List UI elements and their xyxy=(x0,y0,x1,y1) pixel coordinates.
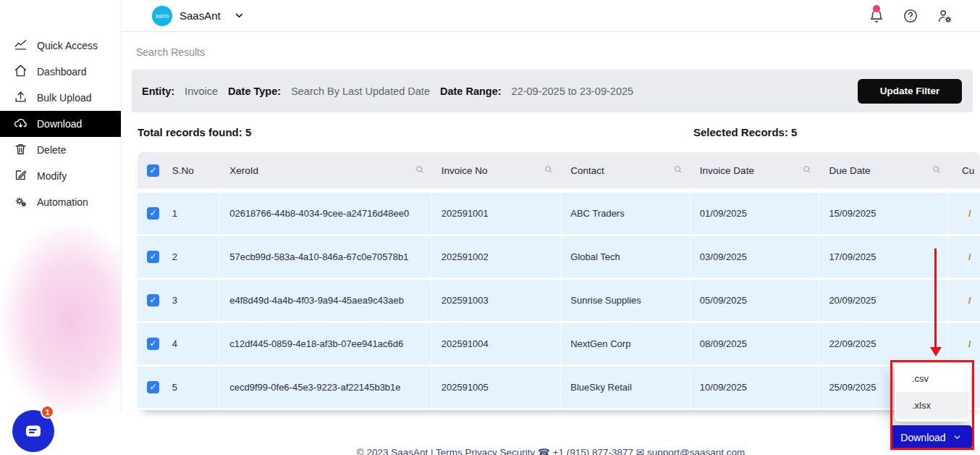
cell-clipped: / xyxy=(949,323,980,364)
column-header-clipped: Cu xyxy=(949,152,980,188)
date-range-label: Date Range: xyxy=(440,85,502,97)
sidebar: Quick Access Dashboard Bulk Upload Downl… xyxy=(0,0,122,413)
user-settings-icon[interactable] xyxy=(937,8,952,24)
sidebar-item-label: Bulk Upload xyxy=(37,92,92,104)
filter-bar: Entity: Invoice Date Type: Search By Las… xyxy=(132,70,973,112)
column-header-xeroid: XeroId xyxy=(219,152,432,188)
download-format-dropdown: .csv .xlsx xyxy=(895,364,971,422)
search-icon[interactable] xyxy=(932,164,942,177)
sidebar-item-label: Quick Access xyxy=(37,40,98,51)
menu-item-csv[interactable]: .csv xyxy=(896,365,969,392)
cell-clipped: / xyxy=(949,280,980,321)
search-icon[interactable] xyxy=(802,164,812,177)
cell-invoice-no: 202591003 xyxy=(432,280,562,321)
cell-sno: 3 xyxy=(165,280,219,321)
chart-line-icon xyxy=(14,38,28,54)
summary-row: Total records found: 5 Selected Records:… xyxy=(138,126,973,138)
cell-contact: ABC Traders xyxy=(561,193,690,234)
update-filter-button[interactable]: Update Filter xyxy=(858,79,962,104)
table-body: ✓102618766-44b8-4034-9cee-a24716d48ee020… xyxy=(138,193,980,408)
cell-invoice-no: 202591004 xyxy=(432,323,562,364)
search-icon[interactable] xyxy=(544,164,554,177)
row-checkbox[interactable]: ✓ xyxy=(147,381,159,393)
cell-invoice-no: 202591002 xyxy=(432,236,562,277)
select-all-checkbox[interactable]: ✓ xyxy=(147,164,159,177)
cell-invoice-date: 08/09/2025 xyxy=(690,323,820,364)
sidebar-item-label: Download xyxy=(37,118,82,130)
sidebar-item-label: Dashboard xyxy=(37,66,87,78)
column-header-sno: S.No xyxy=(165,152,219,188)
cell-invoice-date: 01/09/2025 xyxy=(690,193,820,234)
row-checkbox[interactable]: ✓ xyxy=(147,338,159,350)
home-icon xyxy=(14,64,28,80)
trash-icon xyxy=(14,142,28,158)
search-icon[interactable] xyxy=(673,164,683,177)
cell-contact: NextGen Corp xyxy=(561,323,690,364)
entity-label: Entity: xyxy=(142,85,174,97)
cell-xeroid: 02618766-44b8-4034-9cee-a24716d48ee0 xyxy=(219,193,432,234)
date-type-value: Search By Last Updated Date xyxy=(291,85,430,97)
upload-icon xyxy=(14,90,28,106)
cell-invoice-no: 202591005 xyxy=(432,367,562,408)
chat-notification-badge: 1 xyxy=(41,405,54,419)
row-checkbox[interactable]: ✓ xyxy=(147,207,159,220)
sidebar-item-bulk-upload[interactable]: Bulk Upload xyxy=(0,85,121,111)
sidebar-item-automation[interactable]: Automation xyxy=(0,189,121,215)
cell-invoice-no: 202591001 xyxy=(432,193,562,234)
table-row: ✓102618766-44b8-4034-9cee-a24716d48ee020… xyxy=(138,193,980,234)
cell-sno: 5 xyxy=(165,367,219,408)
search-icon[interactable] xyxy=(415,164,425,177)
topbar: xero SaasAnt xyxy=(122,0,980,32)
cell-invoice-date: 03/09/2025 xyxy=(690,236,820,277)
org-switcher[interactable]: xero SaasAnt xyxy=(152,6,245,26)
chat-bubble-icon xyxy=(22,420,44,442)
sidebar-item-download[interactable]: Download xyxy=(0,111,121,137)
cell-contact: Global Tech xyxy=(561,236,690,277)
cell-due-date: 17/09/2025 xyxy=(819,236,949,277)
cell-due-date: 20/09/2025 xyxy=(819,280,949,321)
edit-icon xyxy=(14,168,28,184)
cell-invoice-date: 10/09/2025 xyxy=(690,367,820,408)
cell-contact: BlueSky Retail xyxy=(561,367,690,408)
cell-due-date: 22/09/2025 xyxy=(819,323,949,364)
total-records-text: Total records found: 5 xyxy=(138,126,251,138)
sidebar-item-delete[interactable]: Delete xyxy=(0,137,121,163)
sidebar-item-dashboard[interactable]: Dashboard xyxy=(0,59,121,85)
chevron-down-icon xyxy=(952,433,962,442)
table-row: ✓257ecb99d-583a-4a10-846a-67c0e70578b120… xyxy=(138,236,980,277)
date-range-value: 22-09-2025 to 23-09-2025 xyxy=(512,85,634,97)
sidebar-item-label: Automation xyxy=(37,196,88,208)
sidebar-item-label: Delete xyxy=(37,144,66,156)
cloud-download-icon xyxy=(14,116,28,132)
sidebar-item-modify[interactable]: Modify xyxy=(0,163,121,189)
row-checkbox[interactable]: ✓ xyxy=(147,294,159,306)
sidebar-item-quick-access[interactable]: Quick Access xyxy=(0,33,121,59)
gears-icon xyxy=(14,194,28,210)
cell-contact: Sunrise Supplies xyxy=(561,280,690,321)
cell-xeroid: cecd9f99-0fe6-45e3-9223-af22145b3b1e xyxy=(219,367,432,408)
download-button[interactable]: Download xyxy=(890,425,972,449)
topbar-icons xyxy=(869,8,952,24)
records-table: ✓ S.No XeroId Invoice No Contact xyxy=(138,152,980,410)
date-type-label: Date Type: xyxy=(228,85,281,97)
notifications-bell-icon[interactable] xyxy=(869,8,884,24)
cell-due-date: 15/09/2025 xyxy=(819,193,949,234)
sidebar-gradient xyxy=(0,181,122,413)
notification-dot xyxy=(873,5,880,12)
page-subtitle: Search Results xyxy=(136,46,205,58)
chevron-down-icon xyxy=(228,8,245,24)
help-icon[interactable] xyxy=(903,8,918,24)
selected-records-text: Selected Records: 5 xyxy=(693,126,797,138)
row-checkbox[interactable]: ✓ xyxy=(147,251,159,263)
cell-xeroid: e4f8d49d-4a4b-4f03-9a94-45aea9c43aeb xyxy=(219,280,432,321)
cell-sno: 4 xyxy=(165,323,219,364)
column-header-invoice-date: Invoice Date xyxy=(690,152,820,188)
page: Quick Access Dashboard Bulk Upload Downl… xyxy=(0,0,980,455)
sidebar-item-label: Modify xyxy=(37,170,67,182)
menu-item-xlsx[interactable]: .xlsx xyxy=(896,392,969,419)
header-checkbox-cell: ✓ xyxy=(138,152,165,188)
download-button-label: Download xyxy=(900,432,945,443)
column-header-due-date: Due Date xyxy=(819,152,949,188)
column-header-invoice-no: Invoice No xyxy=(432,152,562,188)
cell-xeroid: 57ecb99d-583a-4a10-846a-67c0e70578b1 xyxy=(219,236,432,277)
